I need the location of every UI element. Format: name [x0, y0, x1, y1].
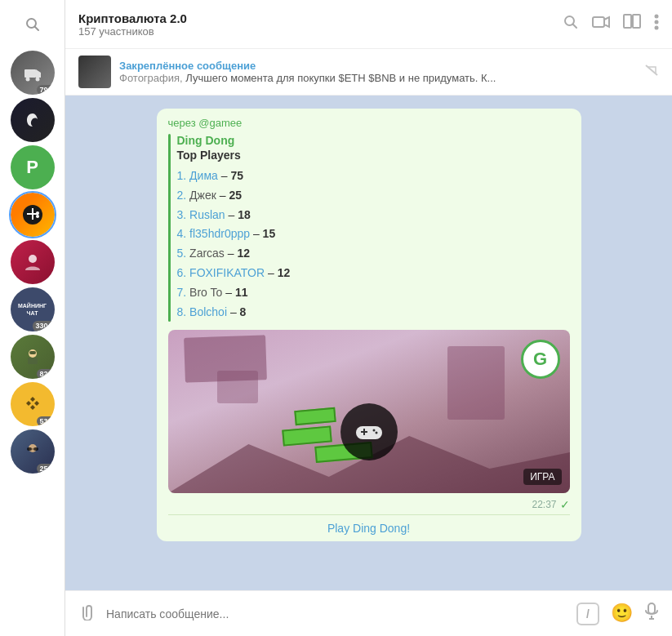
sidebar-item-3[interactable]: P [11, 145, 55, 189]
list-item: 8. Bolchoi – 8 [177, 303, 570, 322]
more-options-icon[interactable] [654, 14, 659, 34]
sidebar-item-mining[interactable]: МАЙНИНГЧАТ 3304 [11, 287, 55, 331]
sidebar-item-sunglasses[interactable]: 259 [11, 429, 55, 474]
pinned-message-bar[interactable]: Закреплённое сообщение Фотография, Лучше… [65, 49, 672, 96]
rank: 5. [177, 247, 187, 260]
voice-chat-icon[interactable] [592, 14, 610, 34]
pinned-content: Закреплённое сообщение Фотография, Лучше… [119, 60, 636, 84]
svg-rect-13 [28, 358, 38, 364]
via-bot-label: через @gamee [168, 117, 570, 129]
rank: 4. [177, 227, 187, 240]
emoji-icon[interactable]: 🙂 [611, 603, 633, 625]
pinned-text-content: Лучшего момента для покупки $ETH $BNB и … [185, 72, 496, 84]
list-item: 5. Zarcas – 12 [177, 244, 570, 264]
game-title: Ding Dong [177, 134, 570, 147]
svg-rect-25 [593, 17, 604, 27]
svg-marker-17 [34, 401, 39, 406]
main-panel: Криптовалюта 2.0 157 участников [65, 0, 672, 636]
svg-rect-14 [29, 351, 36, 354]
sidebar-item-binance[interactable]: 535 [11, 382, 55, 426]
player-name: fl35hdr0ppp [189, 227, 250, 240]
pinned-text-prefix: Фотография, [119, 72, 183, 84]
svg-point-4 [25, 78, 29, 82]
svg-rect-20 [27, 447, 32, 451]
list-item: 1. Дима – 75 [177, 167, 570, 186]
svg-point-38 [372, 429, 375, 432]
mining-label: МАЙНИНГЧАТ [18, 302, 47, 317]
player-name: Дима [189, 169, 218, 182]
pinned-thumbnail [78, 56, 111, 88]
message-input[interactable] [106, 599, 567, 629]
score: 12 [237, 247, 250, 260]
command-button[interactable]: / [576, 603, 599, 625]
svg-marker-16 [26, 401, 31, 406]
player-list: 1. Дима – 75 2. Джек – 25 3. Ruslan – 18… [177, 167, 570, 322]
game-bg: G ИГРА [168, 330, 570, 493]
svg-point-39 [375, 432, 377, 434]
unpin-icon[interactable] [644, 64, 659, 80]
score: 15 [263, 227, 276, 240]
rank: 1. [177, 169, 187, 182]
pinned-label: Закреплённое сообщение [119, 60, 636, 72]
svg-point-9 [36, 211, 39, 215]
badge-mining: 3304 [33, 321, 54, 331]
svg-rect-8 [32, 208, 33, 220]
svg-point-5 [35, 78, 39, 82]
list-item: 7. Bro To – 11 [177, 283, 570, 303]
sidebar-item-soldier[interactable]: 829 [11, 335, 55, 379]
input-actions: / 🙂 [576, 603, 659, 625]
rank: 8. [177, 305, 187, 318]
score: 18 [238, 208, 251, 221]
sidebar-item-2[interactable] [11, 98, 55, 142]
svg-point-10 [36, 215, 39, 218]
pinned-text: Фотография, Лучшего момента для покупки … [119, 72, 527, 84]
list-item: 3. Ruslan – 18 [177, 206, 570, 225]
badge-sunglasses: 259 [37, 464, 54, 474]
check-icon: ✓ [560, 498, 570, 511]
chat-header: Криптовалюта 2.0 157 участников [65, 0, 672, 49]
green-block-3 [294, 407, 336, 425]
layout-icon[interactable] [623, 14, 641, 34]
svg-rect-2 [24, 69, 36, 78]
attach-icon[interactable] [78, 603, 96, 625]
svg-point-11 [29, 255, 37, 263]
bg-shape [447, 346, 505, 420]
svg-line-24 [573, 24, 577, 29]
top-players-title: Top Players [177, 149, 570, 162]
play-button[interactable]: Play Ding Dong! [168, 522, 570, 535]
score: 8 [240, 305, 247, 318]
search-icon[interactable] [563, 14, 579, 34]
left-accent-bar [168, 134, 171, 322]
rank: 3. [177, 208, 187, 221]
sidebar-search-button[interactable] [16, 8, 49, 41]
svg-rect-27 [624, 15, 631, 28]
sidebar: 796 P МАЙНИНГЧАТ 3304 [0, 0, 65, 636]
svg-rect-28 [633, 15, 640, 28]
message-footer: 22:37 ✓ [168, 498, 570, 511]
svg-point-31 [655, 26, 659, 30]
bg-shape [217, 371, 258, 403]
svg-rect-35 [356, 426, 382, 439]
badge-1: 796 [37, 85, 54, 95]
game-image[interactable]: G ИГРА [168, 330, 570, 493]
header-actions [563, 14, 659, 34]
chat-title: Криптовалюта 2.0 [78, 11, 553, 25]
svg-point-30 [655, 20, 659, 24]
input-bar: / 🙂 [65, 590, 672, 636]
game-type-badge: ИГРА [523, 469, 561, 485]
svg-rect-37 [363, 429, 365, 435]
sidebar-item-gamee[interactable] [11, 193, 55, 237]
score: 11 [235, 286, 248, 299]
svg-rect-21 [33, 447, 38, 451]
list-item: 6. FOXIFIKATOR – 12 [177, 264, 570, 283]
svg-rect-40 [648, 603, 655, 614]
chat-area: через @gamee Ding Dong Top Players 1. Ди… [65, 96, 672, 590]
mic-icon[interactable] [644, 603, 659, 625]
message-body: Ding Dong Top Players 1. Дима – 75 2. Дж… [177, 134, 570, 322]
list-item: 4. fl35hdr0ppp – 15 [177, 225, 570, 244]
sidebar-item-5[interactable] [11, 240, 55, 284]
sidebar-item-1[interactable]: 796 [11, 51, 55, 95]
member-count: 157 участников [78, 25, 553, 38]
player-name: Bolchoi [189, 305, 227, 318]
svg-marker-18 [30, 405, 35, 410]
